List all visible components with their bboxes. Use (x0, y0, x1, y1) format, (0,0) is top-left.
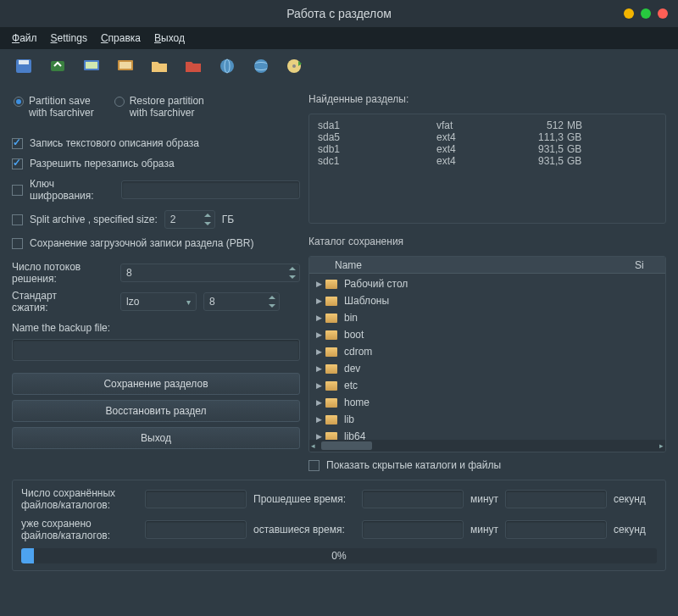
tree-item-label: lib (344, 413, 354, 425)
tree-item[interactable]: ▶lib64 (309, 428, 665, 440)
opt-split-label: Split archive , specified size: (30, 214, 158, 225)
saved-count-input (145, 490, 247, 508)
tree-item[interactable]: ▶cdrom (309, 343, 665, 360)
save-partitions-button[interactable]: Сохранение разделов (12, 373, 300, 395)
folder-icon (325, 280, 337, 289)
tree-header[interactable]: Name Si (309, 257, 665, 274)
opt-text-desc[interactable]: Запись текстового описания образа (12, 136, 300, 151)
tree-item[interactable]: ▶dev (309, 360, 665, 377)
toolbar (0, 49, 678, 83)
opt-pbr[interactable]: Сохранение загрузочной записи раздела (P… (12, 236, 300, 251)
save-icon[interactable] (15, 58, 32, 74)
mode-save-radio[interactable]: Partition save with fsarchiver (14, 95, 94, 119)
folder-icon (325, 297, 337, 306)
folder-open-icon[interactable] (151, 58, 168, 74)
split-unit: ГБ (222, 214, 234, 225)
folder-icon (325, 347, 337, 357)
import-icon[interactable] (49, 58, 66, 74)
minutes-label: минут (470, 493, 498, 505)
svg-point-11 (292, 64, 296, 68)
encrypt-key-input[interactable] (121, 180, 300, 199)
backup-name-input[interactable] (12, 339, 300, 361)
maximize-button[interactable] (641, 8, 651, 19)
menu-exit[interactable]: Выход (154, 32, 185, 44)
tree-item[interactable]: ▶Рабочий стол (309, 275, 665, 292)
svg-rect-4 (86, 62, 97, 69)
disc-arrow-icon[interactable] (286, 58, 303, 74)
tree-item[interactable]: ▶etc (309, 377, 665, 394)
tree-item-label: cdrom (344, 346, 372, 358)
progress-text: 0% (331, 550, 346, 562)
svg-point-7 (220, 59, 234, 73)
seconds-label: секунд (614, 493, 646, 505)
show-hidden-label: Показать скрытые каталоги и файлы (326, 459, 501, 471)
restore-partition-button[interactable]: Восстановить раздел (12, 400, 300, 422)
tree-item-label: dev (344, 363, 360, 375)
menu-file[interactable]: Файл (12, 32, 37, 44)
window-title: Работа с разделом (286, 7, 392, 20)
tree-item[interactable]: ▶bin (309, 309, 665, 326)
partition-row[interactable]: sdc1ext4931,5GB (318, 155, 657, 167)
col-name: Name (309, 259, 635, 271)
partition-row[interactable]: sdb1ext4931,5GB (318, 143, 657, 155)
opt-split[interactable]: Split archive , specified size: 2 ГБ (12, 208, 300, 230)
threads-spinner[interactable]: 8 (120, 264, 300, 282)
expand-icon: ▶ (316, 314, 322, 322)
partitions-list[interactable]: sda1vfat512MBsda5ext4111,3GBsdb1ext4931,… (308, 114, 666, 224)
remaining-label: оставшиеся время: (253, 524, 355, 536)
tree-item[interactable]: ▶boot (309, 326, 665, 343)
opt-encrypt[interactable]: Ключ шифрования: (12, 176, 300, 203)
partition-row[interactable]: sda5ext4111,3GB (318, 131, 657, 143)
folder-icon (325, 432, 337, 441)
compress-level-spinner[interactable]: 8 (203, 292, 280, 311)
radio-on-icon (14, 97, 24, 107)
tree-item[interactable]: ▶home (309, 394, 665, 411)
folder-red-icon[interactable] (185, 58, 202, 74)
opt-text-desc-label: Запись текстового описания образа (30, 137, 199, 149)
expand-icon: ▶ (316, 297, 322, 305)
menu-settings[interactable]: Settings (51, 32, 87, 44)
monitor-icon[interactable] (83, 58, 100, 74)
minimize-button[interactable] (624, 8, 634, 19)
expand-icon: ▶ (316, 415, 322, 424)
tree-item[interactable]: ▶Шаблоны (309, 292, 665, 309)
expand-icon: ▶ (316, 330, 322, 339)
checkbox-off-icon (12, 238, 23, 249)
split-size-spinner[interactable]: 2 (164, 210, 215, 229)
globe-icon[interactable] (219, 58, 236, 74)
tree-item-label: bin (344, 312, 358, 324)
minutes-label-2: минут (470, 524, 498, 536)
mode-restore-radio[interactable]: Restore partition with fsarchiver (114, 95, 204, 119)
expand-icon: ▶ (316, 381, 322, 390)
threads-label: Число потоков решения: (12, 261, 114, 285)
close-button[interactable] (658, 8, 668, 19)
folder-icon (325, 330, 337, 340)
expand-icon: ▶ (316, 280, 322, 288)
screen-icon[interactable] (117, 58, 134, 74)
globe2-icon[interactable] (253, 58, 270, 74)
opt-overwrite[interactable]: Разрешить перезапись образа (12, 156, 300, 171)
titlebar: Работа с разделом (0, 0, 678, 27)
menu-help[interactable]: Справка (101, 32, 141, 44)
partitions-header: Найденные разделы: (308, 90, 666, 108)
exit-button[interactable]: Выход (12, 427, 300, 449)
catalog-tree[interactable]: Name Si ▶Рабочий стол▶Шаблоны▶bin▶boot▶c… (308, 256, 666, 452)
tree-item[interactable]: ▶lib (309, 411, 665, 428)
compress-algo-combo[interactable]: lzo (120, 292, 197, 311)
elapsed-label: Прошедшее время: (253, 493, 355, 505)
menubar: Файл Settings Справка Выход (0, 27, 678, 49)
folder-icon (325, 398, 337, 408)
show-hidden-checkbox[interactable]: Показать скрытые каталоги и файлы (308, 458, 666, 473)
compress-label: Стандарт сжатия: (12, 290, 114, 314)
svg-rect-1 (19, 60, 29, 64)
checkbox-on-icon (12, 138, 23, 149)
folder-icon (325, 381, 337, 391)
already-saved-input (145, 520, 247, 539)
mode-restore-label: Restore partition with fsarchiver (130, 95, 204, 119)
expand-icon: ▶ (316, 364, 322, 373)
checkbox-off-icon (12, 185, 23, 196)
tree-scrollbar-h[interactable] (309, 440, 665, 452)
tree-item-label: Шаблоны (344, 295, 389, 307)
elapsed-sec-input (505, 490, 607, 508)
partition-row[interactable]: sda1vfat512MB (318, 119, 657, 131)
